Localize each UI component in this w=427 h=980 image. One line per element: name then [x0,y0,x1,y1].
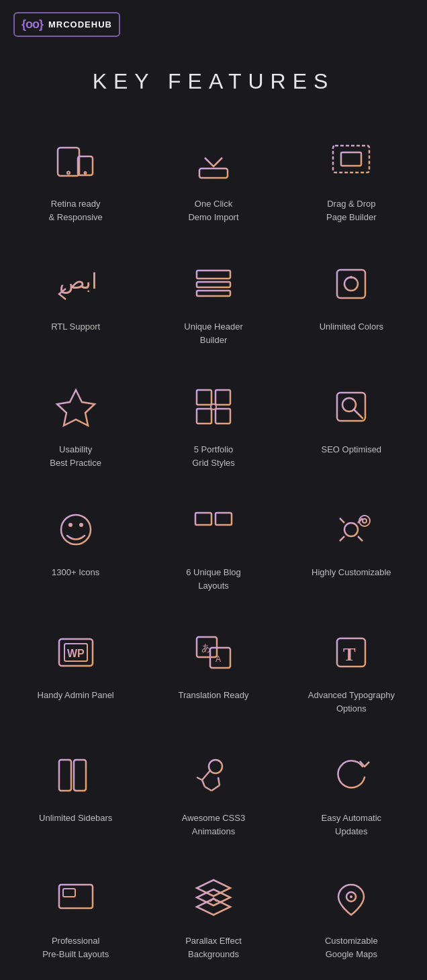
feature-typography: T Advanced TypographyOptions [283,605,420,728]
feature-seo-label: SEO Optimised [322,443,382,456]
feature-retina-label: Retina ready& Responsive [49,197,103,224]
feature-portfolio: 5 PortfolioGrid Styles [144,360,282,483]
dragdrop-icon [324,134,378,188]
feature-usability-label: UsabilityBest Practice [50,443,101,469]
updates-icon [324,748,378,802]
parallax-icon [187,871,240,925]
sidebars-icon [49,748,103,802]
feature-child: Child ThemeSupport [7,974,144,980]
logo[interactable]: {oo} MRCODEHUB [13,12,120,37]
feature-portfolio-label: 5 PortfolioGrid Styles [192,443,235,469]
svg-rect-59 [74,760,86,791]
svg-point-5 [84,172,86,174]
features-grid: Retina ready& Responsive One ClickDemo I… [0,101,427,980]
feature-customizable-label: Highly Customizable [312,566,391,579]
svg-point-84 [350,895,352,898]
svg-point-28 [68,523,73,527]
feature-admin-label: Handy Admin Panel [38,689,114,702]
usability-icon [49,380,103,434]
svg-point-29 [79,523,83,527]
svg-line-67 [202,780,205,787]
page-title: KEY FEATURES [0,49,427,101]
svg-rect-19 [197,390,211,405]
portfolio-icon [187,380,240,434]
svg-text:A: A [216,654,221,664]
svg-line-65 [202,771,210,780]
svg-point-17 [350,276,352,279]
svg-rect-30 [195,513,211,525]
svg-rect-20 [216,390,230,405]
svg-marker-79 [197,880,230,896]
feature-colors-label: Unlimited Colors [320,320,383,334]
svg-text:WP: WP [67,648,85,659]
retina-icon [49,134,103,188]
feature-blog: 6 Unique BlogLayouts [144,483,282,605]
blog-icon [187,503,240,556]
feature-parallax-label: Parallax EffectBackgrounds [185,934,242,961]
feature-sidebars-label: Unlimited Sidebars [39,812,112,825]
layouts-icon [49,871,103,925]
feature-onepage: One Page Sites [144,974,282,980]
admin-icon: WP [49,626,103,679]
feature-translation: あ A Translation Ready [144,605,282,728]
svg-rect-21 [197,409,211,424]
svg-rect-14 [197,291,230,296]
svg-rect-22 [216,409,230,424]
rtl-icon: ابص [49,257,103,311]
svg-line-44 [358,536,363,541]
feature-updates: Easy AutomaticUpdates [283,728,420,851]
feature-maps-label: CustomizableGoogle Maps [325,934,378,961]
svg-line-66 [197,777,202,780]
feature-retina: Retina ready& Responsive [7,114,144,237]
feature-customizable: Highly Customizable [283,483,420,605]
svg-rect-13 [197,282,230,287]
svg-point-48 [363,519,367,523]
feature-translation-label: Translation Ready [178,689,248,702]
feature-css3: Awesome CSS3Animations [144,728,282,851]
feature-header-label: Unique HeaderBuilder [184,320,242,346]
feature-docs: ? ExtensiveDocumentation [283,974,420,980]
colors-icon [324,257,378,311]
svg-rect-31 [216,513,232,525]
feature-layouts-label: ProfessionalPre-Built Layouts [42,934,109,961]
svg-line-68 [205,787,211,791]
svg-rect-9 [341,152,361,166]
feature-dragdrop-label: Drag & DropPage Builder [326,197,376,224]
svg-rect-8 [333,146,369,173]
logo-icon: {oo} [21,17,43,32]
svg-point-2 [67,172,70,175]
seo-icon [324,380,378,434]
feature-icons: 1300+ Icons [7,483,144,605]
feature-icons-label: 1300+ Icons [52,566,99,579]
css3-icon [187,748,240,802]
feature-sidebars: Unlimited Sidebars [7,728,144,851]
feature-rtl: ابص RTL Support [7,237,144,360]
feature-layouts: ProfessionalPre-Built Layouts [7,851,144,974]
svg-point-16 [344,277,358,291]
translation-icon: あ A [187,626,240,679]
svg-marker-18 [57,390,95,426]
feature-usability: UsabilityBest Practice [7,360,144,483]
feature-oneclick: One ClickDemo Import [144,114,282,237]
svg-rect-7 [199,168,228,178]
svg-rect-15 [337,270,365,298]
header-icon [187,257,240,311]
svg-line-70 [218,777,220,785]
feature-admin: WP Handy Admin Panel [7,605,144,728]
feature-css3-label: Awesome CSS3Animations [182,812,245,838]
feature-header: Unique HeaderBuilder [144,237,282,360]
svg-point-38 [344,523,358,536]
feature-maps: CustomizableGoogle Maps [283,851,420,974]
feature-oneclick-label: One ClickDemo Import [188,197,238,224]
feature-typography-label: Advanced TypographyOptions [308,689,395,715]
svg-rect-58 [59,760,71,791]
feature-seo: SEO Optimised [283,360,420,483]
svg-text:T: T [343,644,356,665]
feature-dragdrop: Drag & DropPage Builder [283,114,420,237]
customizable-icon [324,503,378,556]
svg-line-69 [211,785,220,791]
feature-parallax: Parallax EffectBackgrounds [144,851,282,974]
svg-rect-74 [63,889,75,897]
svg-line-46 [340,536,344,541]
oneclick-icon [187,134,240,188]
